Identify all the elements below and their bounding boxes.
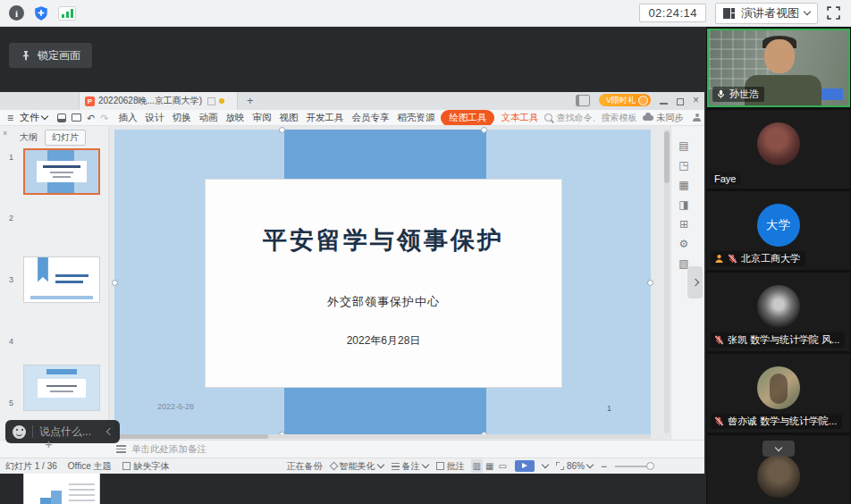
interface-mode-icon[interactable] [576,95,590,106]
chevron-right-icon [691,279,698,286]
participant-tile-partial[interactable] [707,435,850,504]
slide-sorter-icon[interactable]: ▦ [485,461,493,471]
selection-handle[interactable] [481,127,487,133]
missing-fonts-button[interactable]: 缺失字体 [122,460,170,473]
save-icon[interactable] [57,113,66,122]
collaborate-button[interactable]: 协作 [693,112,704,124]
zoom-out-button[interactable]: − [601,460,607,473]
panel-close-icon[interactable]: × [3,129,7,138]
vertical-scrollbar[interactable] [664,130,670,433]
menu-transition[interactable]: 切换 [172,112,190,124]
slide-title-card[interactable]: 平安留学与领事保护 外交部领事保护中心 2022年6月28日 [206,180,561,387]
text-tools-tab[interactable]: 文本工具 [501,112,538,124]
chevron-down-icon[interactable] [542,461,549,468]
collapse-sidebar-handle[interactable] [687,266,703,298]
panel-tool-icon-template[interactable]: ▦ [677,178,691,192]
draw-tools-pill[interactable]: 绘图工具 [441,110,494,126]
slide-thumbnail-4[interactable] [23,473,100,504]
menu-animation[interactable]: 动画 [198,112,217,124]
menu-insert[interactable]: 插入 [118,112,137,124]
slide-thumbnail-1[interactable] [23,148,100,195]
hamburger-icon[interactable]: ≡ [7,112,13,124]
slideshow-play-button[interactable] [515,460,535,472]
emoji-icon[interactable] [13,425,26,439]
network-signal-icon[interactable] [58,6,76,21]
ppt-file-icon: P [85,97,95,106]
fullscreen-icon[interactable] [827,6,840,20]
scroll-down-button[interactable] [763,441,795,457]
participant-tile[interactable]: 曾亦诚 数学与统计学院... [707,354,850,433]
cloud-icon [643,115,653,121]
collapse-chat-icon[interactable] [106,428,114,435]
command-search[interactable]: 查找命令、搜索模板 [544,112,636,124]
wps-statusbar: 幻灯片 1 / 36 Office 主题 缺失字体 正在备份 智能美化 备注 [0,458,704,474]
zoom-control[interactable]: 86% [556,461,593,471]
panel-tool-icon-insert[interactable]: ⊞ [677,217,691,231]
redo-icon[interactable]: ↷ [100,113,108,122]
restore-button[interactable] [677,98,684,105]
slide-canvas[interactable]: 平安留学与领事保护 外交部领事保护中心 2022年6月28日 2022-6-28… [109,126,670,440]
security-shield-icon[interactable] [33,5,49,21]
tab-slides[interactable]: 幻灯片 [45,130,86,146]
minimize-button[interactable] [660,103,668,105]
comments-button[interactable]: 批注 [436,460,465,473]
info-icon[interactable]: i [9,5,24,21]
theme-name[interactable]: Office 主题 [68,460,112,473]
new-tab-button[interactable]: + [247,94,254,107]
horizontal-scrollbar[interactable] [114,434,651,439]
close-button[interactable]: × [693,94,699,106]
menu-slideshow[interactable]: 放映 [225,112,244,124]
document-title: 20220628晚...京工商大学) (1) [98,95,204,107]
lock-view-button[interactable]: 锁定画面 [9,43,92,68]
participant-name: 北京工商大学 [741,252,800,265]
vip-promo-pill[interactable]: V限时礼 [599,94,651,106]
chat-quick-bar[interactable]: 说点什么... [5,420,120,443]
slide-thumbnail-2[interactable] [23,256,100,303]
undo-icon[interactable]: ↶ [87,113,95,122]
menu-member[interactable]: 会员专享 [351,112,389,124]
document-tab[interactable]: P 20220628晚...京工商大学) (1) [79,92,238,110]
beautify-button[interactable]: 智能美化 [331,460,383,473]
participants-sidebar: 孙世浩 Faye 大学 [706,27,851,504]
mic-muted-icon [728,254,737,264]
participant-tile[interactable]: 张凯 数学与统计学院 风... [707,273,850,351]
new-slide-plus-icon[interactable]: + [45,436,53,451]
reading-view-icon[interactable]: ▭ [499,461,507,471]
avatar: 大学 [757,204,800,247]
current-slide[interactable]: 平安留学与领事保护 外交部领事保护中心 2022年6月28日 2022-6-28… [114,130,651,436]
wps-tabbar: P 20220628晚...京工商大学) (1) + V限时礼 × [0,92,704,110]
zoom-slider-thumb[interactable] [646,462,654,470]
slide-date: 2022年6月28日 [206,333,561,349]
selection-handle[interactable] [279,127,285,133]
panel-tool-icon-layout[interactable]: ◳ [677,158,691,172]
selection-handle[interactable] [112,280,118,286]
selection-handle[interactable] [647,280,653,286]
panel-tool-icon-color[interactable]: ◨ [677,197,691,212]
participant-tile[interactable]: Faye [707,110,850,189]
chevron-down-icon [586,461,594,468]
notes-icon [116,445,126,453]
menu-design[interactable]: 设计 [145,112,164,124]
panel-tool-icon-settings[interactable]: ⚙ [677,237,691,251]
cloud-sync-status[interactable]: 未同步 [643,112,683,124]
zoom-slider[interactable] [615,466,653,467]
slide-page-number: 1 [607,404,611,413]
thumb-number: 1 [9,153,13,162]
normal-view-icon[interactable]: ▥ [473,461,481,471]
meeting-timer: 02:24:14 [639,4,706,22]
tab-outline[interactable]: 大纲 [20,131,38,144]
participant-tile[interactable]: 大学 北京工商大学 [707,191,850,270]
slide-thumbnail-3[interactable] [23,365,100,411]
panel-tool-icon-properties[interactable]: ▤ [677,139,691,153]
notes-toggle-button[interactable]: 备注 [392,460,428,473]
participant-tile-speaker[interactable]: 孙世浩 [707,29,850,107]
menu-review[interactable]: 审阅 [252,112,271,124]
file-menu[interactable]: 文件 [20,111,47,124]
menu-items: 插入 设计 切换 动画 放映 审阅 视图 开发工具 会员专享 稻壳资源 [118,112,434,124]
menu-developer[interactable]: 开发工具 [306,112,343,124]
menu-docer[interactable]: 稻壳资源 [397,112,434,124]
print-icon[interactable] [72,113,81,122]
view-mode-selector[interactable]: 演讲者视图 [715,3,818,24]
unsaved-dot-icon [219,98,224,104]
menu-view[interactable]: 视图 [279,112,298,124]
